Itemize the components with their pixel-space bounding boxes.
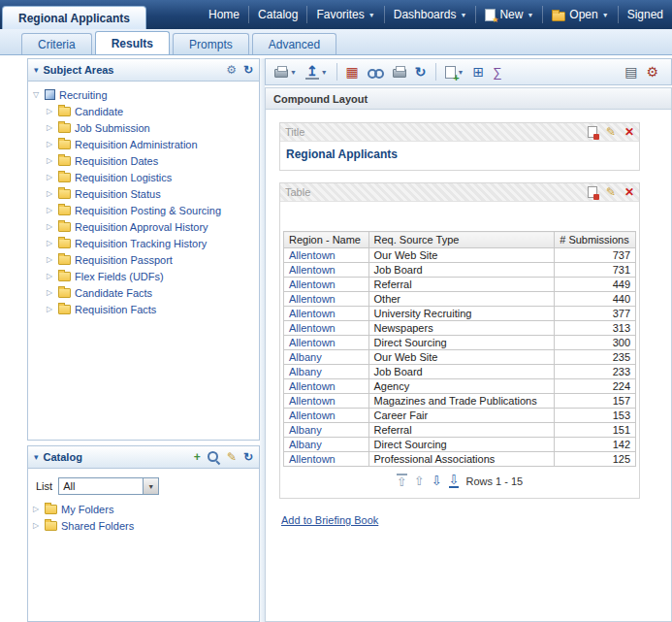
submissions-cell: 157 [555,394,636,409]
collapse-pane-icon[interactable]: ▾ [34,452,39,462]
expand-twisty-icon[interactable]: ▷ [45,123,54,132]
region-cell[interactable]: Allentown [284,394,369,409]
new-calculated-item-icon[interactable]: ∑ [493,66,501,79]
refresh-results-icon[interactable]: ↻ [415,65,427,79]
nav-favorites[interactable]: Favorites▼ [306,6,383,23]
region-cell[interactable]: Allentown [284,248,369,263]
new-view-icon[interactable]: ▼ [445,66,464,79]
previous-rows-icon[interactable]: ⇧ [414,475,425,487]
table-column-header[interactable]: Region - Name [284,232,369,248]
expand-twisty-icon[interactable]: ▷ [45,288,54,297]
tree-node-folder[interactable]: ▷ Requisition Logistics [31,169,256,185]
nav-dashboards[interactable]: Dashboards▼ [384,6,476,23]
region-cell[interactable]: Albany [284,438,369,452]
submissions-cell: 151 [555,423,636,438]
region-cell[interactable]: Allentown [284,379,369,394]
manage-subject-areas-icon[interactable]: ⚙ [226,64,237,76]
new-group-icon[interactable]: ⊞ [473,65,485,79]
expand-twisty-icon[interactable]: ▷ [45,156,54,165]
region-cell[interactable]: Albany [284,365,369,379]
tree-node-folder[interactable]: ▷ Flex Fields (UDFs) [31,268,256,284]
list-type-select[interactable]: All ▼ [58,477,159,495]
region-cell[interactable]: Allentown [284,278,369,292]
analysis-properties-icon[interactable]: ⚙ [646,65,658,79]
tree-node-folder[interactable]: ▷ Job Submission [31,119,256,136]
preview-glasses-icon[interactable] [368,66,384,78]
collapse-twisty-icon[interactable]: ▽ [31,90,41,99]
region-cell[interactable]: Allentown [284,409,369,423]
region-cell[interactable]: Allentown [284,452,369,467]
table-column-header[interactable]: # Submissions [555,232,636,248]
expand-twisty-icon[interactable]: ▷ [45,305,54,313]
expand-twisty-icon[interactable]: ▷ [45,206,54,214]
add-to-briefing-book-link[interactable]: Add to Briefing Book [281,514,378,526]
region-cell[interactable]: Allentown [284,321,369,336]
next-rows-icon[interactable]: ⇩ [432,475,442,487]
tree-node-folder[interactable]: ▷ Requisition Status [31,185,256,202]
expand-twisty-icon[interactable]: ▷ [31,521,41,530]
expand-twisty-icon[interactable]: ▷ [45,272,54,280]
tree-node-folder[interactable]: ▷ Requisition Facts [31,301,256,317]
table-row: Albany Our Web Site 235 [284,350,636,365]
dashboard-preview-icon[interactable]: ▦ [346,65,359,79]
format-container-icon[interactable] [588,186,597,198]
region-cell[interactable]: Albany [284,350,369,365]
format-container-icon[interactable] [588,126,597,138]
tree-node-folder[interactable]: ▷ Requisition Approval History [31,218,256,235]
tree-node-folder[interactable]: ▷ Requisition Passport [31,251,256,268]
table-column-header[interactable]: Req. Source Type [368,232,555,248]
catalog-folder[interactable]: ▷ My Folders [31,501,256,517]
remove-view-icon[interactable]: ✕ [624,186,634,198]
region-cell[interactable]: Allentown [284,263,369,278]
document-tab[interactable]: Regional Applicants [2,6,146,29]
region-cell[interactable]: Allentown [284,292,369,307]
tree-node-folder[interactable]: ▷ Requisition Posting & Sourcing [31,202,256,218]
nav-home[interactable]: Home [200,6,248,23]
refresh-icon[interactable]: ↻ [243,451,253,463]
expand-twisty-icon[interactable]: ▷ [45,107,54,115]
region-cell[interactable]: Allentown [284,336,369,350]
edit-view-icon[interactable]: ✎ [606,186,616,198]
catalog-folder[interactable]: ▷ Shared Folders [31,517,256,534]
tree-node-folder[interactable]: ▷ Requisition Dates [31,152,256,169]
print-options-icon[interactable] [393,66,406,78]
table-view-header[interactable]: Table ✎ ✕ [280,183,639,202]
nav-catalog[interactable]: Catalog [248,6,306,23]
tab-advanced[interactable]: Advanced [252,33,336,54]
edit-icon[interactable]: ✎ [227,451,237,463]
tree-node-folder[interactable]: ▷ Candidate [31,103,256,119]
tree-node-folder[interactable]: ▷ Requisition Administration [31,136,256,152]
expand-twisty-icon[interactable]: ▷ [45,239,54,247]
search-icon[interactable] [208,451,220,464]
expand-twisty-icon[interactable]: ▷ [45,255,54,264]
refresh-icon[interactable]: ↻ [243,64,253,76]
nav-new[interactable]: New▼ [475,6,542,23]
tab-prompts[interactable]: Prompts [173,33,249,54]
tree-node-folder[interactable]: ▷ Requisition Tracking History [31,235,256,251]
selection-steps-icon[interactable]: ▤ [624,65,637,79]
max-rows-icon[interactable]: ⇩ [449,474,460,488]
expand-twisty-icon[interactable]: ▷ [31,505,41,513]
tree-node-recruiting[interactable]: ▽ Recruiting [31,86,256,103]
expand-twisty-icon[interactable]: ▷ [45,173,54,181]
tab-criteria[interactable]: Criteria [21,33,92,54]
collapse-pane-icon[interactable]: ▾ [34,65,39,75]
tab-results[interactable]: Results [95,31,170,54]
expand-twisty-icon[interactable]: ▷ [45,222,54,231]
add-icon[interactable]: + [194,451,201,463]
first-rows-icon[interactable]: ⇧ [397,474,407,488]
tree-node-folder[interactable]: ▷ Candidate Facts [31,284,256,301]
title-view-header[interactable]: Title ✎ ✕ [280,123,639,142]
print-icon[interactable]: ▼ [274,66,297,78]
region-cell[interactable]: Albany [284,423,369,438]
export-icon[interactable]: ↥▼ [305,64,328,80]
expand-twisty-icon[interactable]: ▷ [45,140,54,148]
nav-signed-in[interactable]: Signed [618,6,672,23]
remove-view-icon[interactable]: ✕ [624,126,634,138]
nav-open[interactable]: Open▼ [542,6,617,23]
folder-icon [58,288,71,298]
region-cell[interactable]: Allentown [284,307,369,321]
expand-twisty-icon[interactable]: ▷ [45,189,54,198]
tree-node-label: Requisition Dates [75,155,158,167]
edit-view-icon[interactable]: ✎ [606,126,616,138]
